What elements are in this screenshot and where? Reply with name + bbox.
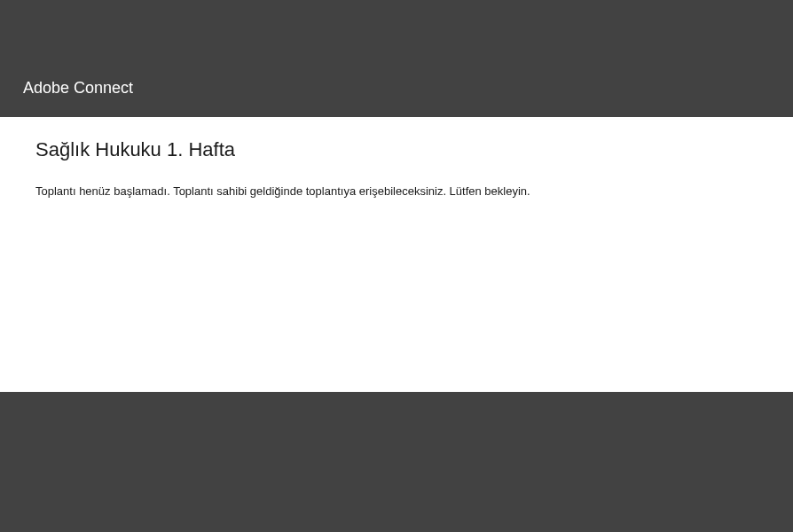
content-panel: Sağlık Hukuku 1. Hafta Toplantı henüz ba…: [0, 117, 793, 392]
meeting-title: Sağlık Hukuku 1. Hafta: [35, 138, 758, 161]
footer-bar: [0, 392, 793, 532]
brand-label: Adobe Connect: [23, 79, 133, 98]
meeting-status-message: Toplantı henüz başlamadı. Toplantı sahib…: [35, 183, 758, 200]
header-bar: Adobe Connect: [0, 0, 793, 117]
